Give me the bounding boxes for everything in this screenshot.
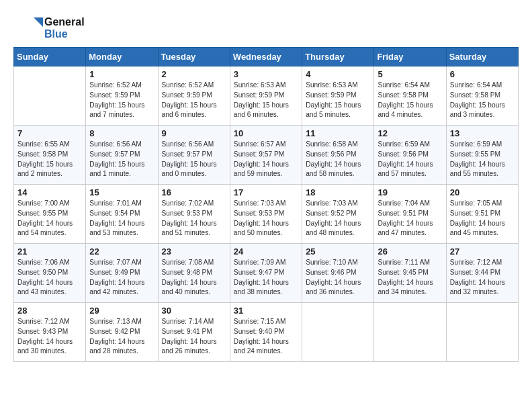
day-info: Sunrise: 6:55 AMSunset: 9:58 PMDaylight:… <box>17 140 82 179</box>
day-info: Sunrise: 7:11 AMSunset: 9:45 PMDaylight:… <box>378 258 442 298</box>
header-friday: Friday <box>374 48 446 66</box>
day-number: 26 <box>378 246 442 257</box>
day-info: Sunrise: 6:59 AMSunset: 9:56 PMDaylight:… <box>378 140 442 179</box>
day-cell: 5Sunrise: 6:54 AMSunset: 9:58 PMDaylight… <box>374 66 446 126</box>
day-info: Sunrise: 7:00 AMSunset: 9:55 PMDaylight:… <box>17 199 82 238</box>
day-cell: 29Sunrise: 7:13 AMSunset: 9:42 PMDayligh… <box>86 303 158 362</box>
day-cell: 28Sunrise: 7:12 AMSunset: 9:43 PMDayligh… <box>14 303 86 362</box>
day-number: 22 <box>89 246 154 257</box>
day-number: 5 <box>378 69 442 79</box>
svg-marker-0 <box>34 17 43 27</box>
day-number: 15 <box>89 187 154 197</box>
page-header: General Blue <box>13 13 519 43</box>
day-number: 8 <box>89 128 154 138</box>
day-number: 9 <box>162 128 226 138</box>
logo-blue: Blue <box>44 28 85 40</box>
day-cell: 9Sunrise: 6:56 AMSunset: 9:57 PMDaylight… <box>158 126 230 185</box>
day-cell <box>302 303 374 362</box>
day-info: Sunrise: 6:52 AMSunset: 9:59 PMDaylight:… <box>162 81 226 120</box>
day-cell: 25Sunrise: 7:10 AMSunset: 9:46 PMDayligh… <box>302 244 374 303</box>
day-number: 4 <box>306 69 370 79</box>
day-info: Sunrise: 6:58 AMSunset: 9:56 PMDaylight:… <box>306 140 370 179</box>
header-wednesday: Wednesday <box>230 48 302 66</box>
day-number: 24 <box>234 246 298 257</box>
day-info: Sunrise: 7:12 AMSunset: 9:43 PMDaylight:… <box>17 317 82 357</box>
day-cell: 2Sunrise: 6:52 AMSunset: 9:59 PMDaylight… <box>158 66 230 126</box>
day-cell: 18Sunrise: 7:03 AMSunset: 9:52 PMDayligh… <box>302 185 374 244</box>
day-info: Sunrise: 6:56 AMSunset: 9:57 PMDaylight:… <box>89 140 154 179</box>
day-cell: 23Sunrise: 7:08 AMSunset: 9:48 PMDayligh… <box>158 244 230 303</box>
day-info: Sunrise: 6:57 AMSunset: 9:57 PMDaylight:… <box>234 140 298 179</box>
day-cell: 13Sunrise: 6:59 AMSunset: 9:55 PMDayligh… <box>446 126 518 185</box>
day-cell: 24Sunrise: 7:09 AMSunset: 9:47 PMDayligh… <box>230 244 302 303</box>
calendar-table: SundayMondayTuesdayWednesdayThursdayFrid… <box>13 47 519 362</box>
day-cell: 16Sunrise: 7:02 AMSunset: 9:53 PMDayligh… <box>158 185 230 244</box>
day-info: Sunrise: 7:07 AMSunset: 9:49 PMDaylight:… <box>89 258 154 298</box>
day-info: Sunrise: 7:13 AMSunset: 9:42 PMDaylight:… <box>89 317 154 357</box>
day-info: Sunrise: 7:05 AMSunset: 9:51 PMDaylight:… <box>450 199 515 238</box>
day-info: Sunrise: 7:06 AMSunset: 9:50 PMDaylight:… <box>17 258 82 298</box>
day-cell: 27Sunrise: 7:12 AMSunset: 9:44 PMDayligh… <box>446 244 518 303</box>
day-cell: 19Sunrise: 7:04 AMSunset: 9:51 PMDayligh… <box>374 185 446 244</box>
day-cell: 12Sunrise: 6:59 AMSunset: 9:56 PMDayligh… <box>374 126 446 185</box>
day-cell: 15Sunrise: 7:01 AMSunset: 9:54 PMDayligh… <box>86 185 158 244</box>
week-row-1: 1Sunrise: 6:52 AMSunset: 9:59 PMDaylight… <box>14 66 519 126</box>
day-number: 2 <box>162 69 226 79</box>
header-sunday: Sunday <box>14 48 86 66</box>
week-row-4: 21Sunrise: 7:06 AMSunset: 9:50 PMDayligh… <box>14 244 519 303</box>
day-cell: 7Sunrise: 6:55 AMSunset: 9:58 PMDaylight… <box>14 126 86 185</box>
day-info: Sunrise: 7:10 AMSunset: 9:46 PMDaylight:… <box>306 258 370 298</box>
day-number: 6 <box>450 69 515 79</box>
day-number: 30 <box>162 306 226 316</box>
day-info: Sunrise: 7:03 AMSunset: 9:53 PMDaylight:… <box>234 199 298 238</box>
day-info: Sunrise: 7:01 AMSunset: 9:54 PMDaylight:… <box>89 199 154 238</box>
day-number: 3 <box>234 69 298 79</box>
day-number: 21 <box>17 246 82 257</box>
day-info: Sunrise: 7:15 AMSunset: 9:40 PMDaylight:… <box>234 317 298 357</box>
week-row-2: 7Sunrise: 6:55 AMSunset: 9:58 PMDaylight… <box>14 126 519 185</box>
day-info: Sunrise: 6:56 AMSunset: 9:57 PMDaylight:… <box>162 140 226 179</box>
day-info: Sunrise: 6:54 AMSunset: 9:58 PMDaylight:… <box>450 81 515 120</box>
day-number: 7 <box>17 128 82 138</box>
day-cell: 6Sunrise: 6:54 AMSunset: 9:58 PMDaylight… <box>446 66 518 126</box>
day-cell: 4Sunrise: 6:53 AMSunset: 9:59 PMDaylight… <box>302 66 374 126</box>
day-info: Sunrise: 7:02 AMSunset: 9:53 PMDaylight:… <box>162 199 226 238</box>
day-info: Sunrise: 7:12 AMSunset: 9:44 PMDaylight:… <box>450 258 515 298</box>
calendar-header: SundayMondayTuesdayWednesdayThursdayFrid… <box>14 48 519 66</box>
day-number: 23 <box>162 246 226 257</box>
day-cell: 22Sunrise: 7:07 AMSunset: 9:49 PMDayligh… <box>86 244 158 303</box>
day-cell: 10Sunrise: 6:57 AMSunset: 9:57 PMDayligh… <box>230 126 302 185</box>
day-cell: 26Sunrise: 7:11 AMSunset: 9:45 PMDayligh… <box>374 244 446 303</box>
header-saturday: Saturday <box>446 48 518 66</box>
day-info: Sunrise: 7:14 AMSunset: 9:41 PMDaylight:… <box>162 317 226 357</box>
day-number: 31 <box>234 306 298 316</box>
week-row-3: 14Sunrise: 7:00 AMSunset: 9:55 PMDayligh… <box>14 185 519 244</box>
day-cell: 30Sunrise: 7:14 AMSunset: 9:41 PMDayligh… <box>158 303 230 362</box>
day-number: 27 <box>450 246 515 257</box>
day-number: 11 <box>306 128 370 138</box>
day-number: 18 <box>306 187 370 197</box>
day-number: 16 <box>162 187 226 197</box>
day-number: 13 <box>450 128 515 138</box>
day-info: Sunrise: 7:04 AMSunset: 9:51 PMDaylight:… <box>378 199 442 238</box>
logo-general: General <box>44 16 85 28</box>
header-monday: Monday <box>86 48 158 66</box>
header-thursday: Thursday <box>302 48 374 66</box>
week-row-5: 28Sunrise: 7:12 AMSunset: 9:43 PMDayligh… <box>14 303 519 362</box>
day-number: 28 <box>17 306 82 316</box>
day-cell: 11Sunrise: 6:58 AMSunset: 9:56 PMDayligh… <box>302 126 374 185</box>
day-cell: 20Sunrise: 7:05 AMSunset: 9:51 PMDayligh… <box>446 185 518 244</box>
day-info: Sunrise: 7:09 AMSunset: 9:47 PMDaylight:… <box>234 258 298 298</box>
day-cell: 17Sunrise: 7:03 AMSunset: 9:53 PMDayligh… <box>230 185 302 244</box>
day-cell: 1Sunrise: 6:52 AMSunset: 9:59 PMDaylight… <box>86 66 158 126</box>
day-number: 17 <box>234 187 298 197</box>
header-tuesday: Tuesday <box>158 48 230 66</box>
day-cell: 8Sunrise: 6:56 AMSunset: 9:57 PMDaylight… <box>86 126 158 185</box>
day-number: 1 <box>89 69 154 79</box>
logo: General Blue <box>13 13 85 43</box>
day-cell: 14Sunrise: 7:00 AMSunset: 9:55 PMDayligh… <box>14 185 86 244</box>
day-number: 20 <box>450 187 515 197</box>
day-info: Sunrise: 7:08 AMSunset: 9:48 PMDaylight:… <box>162 258 226 298</box>
day-cell: 31Sunrise: 7:15 AMSunset: 9:40 PMDayligh… <box>230 303 302 362</box>
day-number: 19 <box>378 187 442 197</box>
